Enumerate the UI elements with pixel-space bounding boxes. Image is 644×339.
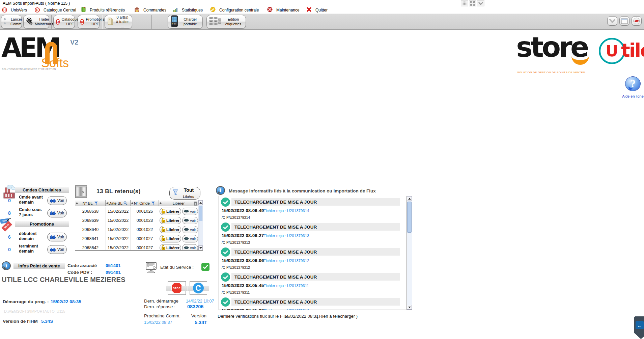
menu-item-maintenance[interactable]: Maintenance	[267, 6, 300, 14]
charger-portable-button[interactable]: Chargerportable	[168, 15, 203, 29]
count-cmde-sous-7j: 8	[8, 210, 11, 216]
tools-icon	[267, 7, 273, 13]
restart-service-button[interactable]	[190, 281, 207, 295]
voir-cmde-avant-button[interactable]: Voir	[47, 196, 67, 205]
label-cmde-avant-demain: Cmde avantdemain	[19, 195, 43, 205]
voir-promos-terminent-button[interactable]: Voir	[47, 245, 67, 254]
header-liberer[interactable]: Libérer	[159, 200, 198, 206]
message-entry: TELECHARGEMENT DE MISE A JOUR 15/02/2022…	[219, 271, 407, 296]
bl-table-row: 2068641 15/02/2022 0001027 Libérer voir	[75, 234, 198, 243]
menu-item-unisvers[interactable]: U UnisVers	[2, 6, 27, 14]
service-status-checkbox[interactable]	[201, 263, 209, 271]
bl-table-scrollbar[interactable]	[198, 200, 203, 250]
message-header: TELECHARGEMENT DE MISE A JOUR	[231, 223, 400, 231]
folder-icon	[107, 17, 113, 27]
message-file-link[interactable]: Fichier reçu : U201379313	[263, 234, 309, 238]
articles-a-traiter-button[interactable]: 0 art(s)à traiter ...	[105, 15, 132, 29]
header-date-bl[interactable]: Date BL	[106, 200, 131, 206]
padlock-open-icon	[161, 209, 165, 214]
scroll-thumb[interactable]	[407, 202, 412, 233]
voir-button[interactable]: voir	[182, 226, 198, 233]
menu-item-configuration-centrale[interactable]: Configuration centrale	[210, 6, 259, 14]
filter-icon	[151, 202, 155, 205]
stop-service-button[interactable]: STOP	[168, 281, 186, 295]
header-n-cmde[interactable]: N° Cmde	[131, 200, 159, 206]
liberer-button[interactable]: Libérer	[160, 217, 181, 224]
eye-icon	[184, 237, 189, 240]
liberer-button[interactable]: Libérer	[160, 235, 181, 242]
scroll-down-arrow[interactable]	[198, 245, 203, 250]
magnifier-icon	[123, 201, 128, 205]
message-file-link[interactable]: Fichier reçu : U201379312	[263, 259, 309, 263]
sort-icon	[106, 201, 108, 205]
menu-item-statistiques[interactable]: Statistiques	[173, 6, 203, 14]
cmde-number: 0001023	[131, 218, 159, 223]
chevron-down-icon[interactable]	[477, 0, 484, 6]
online-help[interactable]: ? Aide en ligne	[622, 76, 644, 100]
aem-version: V2	[70, 38, 78, 46]
header-n-bl[interactable]: N° BL	[75, 200, 106, 206]
window-button[interactable]	[619, 16, 629, 26]
messages-list[interactable]: TELECHARGEMENT DE MISE A JOUR 15/02/2022…	[219, 196, 412, 310]
eye-icon	[184, 246, 189, 249]
voir-button[interactable]: voir	[182, 235, 198, 242]
promotions-upf-button[interactable]: U PromotionsUPF	[78, 15, 100, 29]
voir-button[interactable]: voir	[182, 208, 198, 215]
liberer-button[interactable]: Libérer	[160, 208, 181, 215]
ftp-check-note: ( Rien à télécharger )	[316, 314, 358, 319]
liberer-button[interactable]: Libérer	[160, 244, 181, 251]
message-header: TELECHARGEMENT DE MISE A JOUR	[231, 298, 400, 306]
dern-reponse-label: Dern. réponse :	[144, 304, 175, 309]
catalogue-upf-button[interactable]: U CatalogueUPF	[53, 15, 75, 29]
tout-liberer-button[interactable]: Tout Libérer	[169, 187, 200, 200]
cmde-number: 0001022	[131, 227, 159, 232]
voir-button[interactable]: voir	[182, 244, 198, 251]
bl-date: 15/02/2022	[106, 209, 131, 214]
menu-item-produits-references[interactable]: Produits référencés	[81, 6, 125, 14]
voir-button[interactable]: voir	[182, 217, 198, 224]
liberer-button[interactable]: Libérer	[160, 226, 181, 233]
install-path: D:\AEMSOFTS\IMPORTAUTO_U115	[4, 309, 65, 313]
bl-table-body: 2068638 15/02/2022 0001026 Libérer voir	[75, 207, 198, 251]
remote-support-shield-icon[interactable]: ←	[634, 316, 644, 339]
scroll-thumb[interactable]	[199, 206, 202, 221]
success-check-icon	[221, 223, 230, 232]
scroll-up-arrow[interactable]	[407, 196, 412, 201]
expand-icon[interactable]	[469, 0, 476, 6]
edition-etiquettes-button[interactable]: Editionétiquettes	[206, 15, 246, 29]
collapse-button[interactable]	[607, 16, 617, 26]
aem-logo: AEM V2 Softs SOLUTIONS D'ENCAISSEMENT ET…	[1, 37, 82, 74]
window-mini-controls	[461, 0, 484, 6]
message-file-link[interactable]: Fichier reçu : U201379314	[263, 209, 309, 213]
arrow-left-icon: ←	[636, 321, 644, 329]
scroll-up-arrow[interactable]	[198, 200, 203, 205]
dots-grid-icon[interactable]	[461, 0, 468, 6]
cmde-number: 0001026	[131, 209, 159, 214]
menu-item-catalogue-central[interactable]: U Catalogue Central	[35, 6, 76, 14]
gears-icon	[26, 18, 33, 26]
voir-cmde-sous-7j-button[interactable]: Voir	[47, 209, 67, 217]
menu-item-quitter[interactable]: Quitter	[306, 6, 328, 14]
traiter-maintenant-button[interactable]: TraiterMaintenant	[23, 15, 49, 29]
label-cmde-sous-7j: Cmde sous7 jours	[19, 207, 41, 217]
menu-bar: U UnisVers U Catalogue Central Produits …	[0, 6, 644, 14]
message-file-link[interactable]: Fichier reçu : U201379310	[263, 309, 309, 310]
message-time: 15/02/2022 08:06:27	[222, 233, 264, 238]
padlock-open-icon	[161, 245, 165, 250]
eye-icon	[184, 228, 189, 231]
voir-promos-debutent-button[interactable]: Voir	[47, 233, 67, 241]
messages-entries: TELECHARGEMENT DE MISE A JOUR 15/02/2022…	[219, 196, 407, 310]
close-window-button[interactable]	[632, 16, 642, 26]
help-question-icon[interactable]: ?	[625, 76, 641, 91]
green-book-icon	[81, 7, 86, 13]
scroll-down-arrow[interactable]	[407, 305, 412, 310]
lancer-comm-button[interactable]: LancerComm.	[1, 15, 22, 29]
padlock-open-icon	[161, 236, 165, 241]
menu-item-commandes[interactable]: Commandes	[134, 6, 166, 14]
monitor-icon	[146, 262, 158, 275]
close-x-icon	[306, 7, 312, 13]
ftp-check-time: 15/02/2022 08:31	[284, 314, 318, 319]
message-file-link[interactable]: Fichier reçu : U201379311	[263, 284, 309, 288]
messages-scrollbar[interactable]	[407, 196, 412, 310]
message-time: 15/02/2022 08:05:23	[222, 308, 264, 310]
